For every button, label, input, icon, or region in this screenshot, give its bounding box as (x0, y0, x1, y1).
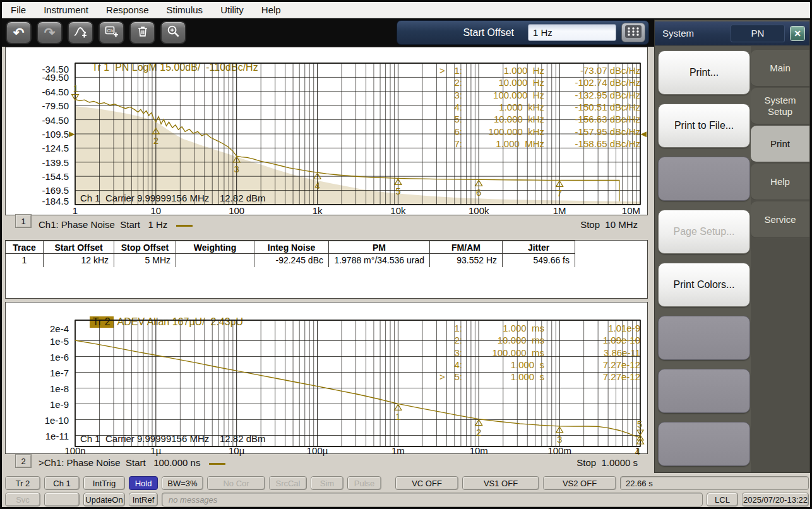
y-axis-label: 1e-8 (6, 383, 69, 394)
marker-number: 1: (447, 65, 462, 76)
table-cell-stop-offset: 5 MHz (114, 254, 176, 267)
marker-number: 6: (447, 126, 462, 137)
zoom-in-icon (166, 24, 181, 41)
status-intref[interactable]: IntRef (129, 493, 158, 506)
start-offset-label: Start Offset (397, 27, 528, 39)
status-hold[interactable]: Hold (129, 476, 158, 490)
menu-response[interactable]: Response (97, 2, 158, 18)
panel-tab-print[interactable]: Print (751, 126, 809, 162)
add-channel-button[interactable]: Ch (99, 21, 124, 44)
svg-text:Ch: Ch (107, 28, 113, 33)
panel-context-tab-pn[interactable]: PN (731, 25, 785, 42)
y-axis-label: -139.5 (6, 157, 69, 168)
panel-tab-system-setup[interactable]: System Setup (751, 88, 809, 124)
table-header-pm: PM (329, 241, 430, 254)
marker-x-value: 1.000 ms (462, 323, 544, 333)
softkey-blank-7 (658, 422, 750, 466)
integration-results-table: TraceStart OffsetStop OffsetWeightingInt… (5, 240, 648, 299)
marker-y-value: -102.74 dBc/Hz (544, 77, 640, 88)
x-axis-label: 10µ (214, 445, 260, 456)
softkey-print-to-file[interactable]: Print to File... (658, 104, 750, 148)
marker-x-value: 10.000 kHz (462, 114, 544, 124)
panel-tab-main[interactable]: Main (751, 50, 809, 87)
window-1-chip[interactable]: 1 (15, 214, 32, 228)
status-srccal: SrcCal (269, 476, 307, 490)
menu-utility[interactable]: Utility (212, 2, 253, 18)
undo-button[interactable]: ↶ (6, 21, 32, 44)
trace2-legend-dash (209, 463, 225, 465)
softkey-blank-6 (658, 369, 750, 413)
x-axis-label: 10 (133, 205, 179, 216)
menu-instrument[interactable]: Instrument (35, 2, 97, 18)
delete-button[interactable] (129, 21, 155, 44)
delete-icon (136, 25, 150, 41)
marker-y-value: -150.51 dBc/Hz (544, 102, 640, 112)
svg-text:2: 2 (153, 135, 158, 146)
marker-x-value: 1.000 s (462, 359, 544, 370)
status-updateon[interactable]: UpdateOn (83, 493, 125, 506)
menu-file[interactable]: File (2, 2, 35, 18)
zoom-in-button[interactable] (160, 21, 186, 44)
trace1-legend-dash (176, 225, 193, 227)
x-axis-label: 10M (595, 205, 640, 216)
x-axis-label: 100n (52, 445, 98, 456)
softkey-print[interactable]: Print... (658, 51, 750, 95)
marker-select-indicator: > (439, 371, 447, 382)
marker-readout-row: 3:100.000 ms3.86e-11 (439, 347, 640, 359)
y-axis-label: -124.5 (6, 143, 69, 153)
svg-text:2: 2 (476, 427, 481, 438)
lower-marker-readout: 1:1.000 ms1.01e-92:10.000 ms1.09e-103:10… (439, 322, 640, 383)
y-axis-label: -49.50 (6, 72, 69, 83)
upper-marker-readout: >1:1.000 Hz-73.07 dBc/Hz2:10.000 Hz-102.… (439, 64, 640, 150)
marker-y-value: -156.63 dBc/Hz (544, 114, 640, 124)
window-2-chip[interactable]: 2 (15, 454, 32, 468)
status-sim: Sim (311, 476, 343, 490)
status-no-messages: no messages (162, 493, 703, 506)
panel-tab-service[interactable]: Service (751, 201, 809, 238)
status-bw-3[interactable]: BW=3% (162, 476, 203, 490)
y-axis-label: 2e-4 (6, 323, 69, 334)
start-offset-input[interactable] (528, 24, 616, 41)
table-header-fm-am: FM/AM (430, 241, 503, 254)
lower-graph-footer: >Ch1: Phase Noise Start 100.000 ns Stop … (5, 456, 648, 471)
status-ch-1[interactable]: Ch 1 (44, 476, 80, 490)
marker-number: 3: (447, 347, 462, 358)
add-marker-button[interactable] (68, 21, 93, 44)
softkey-column: Print...Print to File...Page Setup...Pri… (658, 51, 751, 475)
panel-close-button[interactable]: ✕ (790, 26, 805, 41)
keypad-button[interactable] (621, 23, 645, 42)
softkey-page-setup: Page Setup... (658, 210, 750, 254)
menu-help[interactable]: Help (253, 2, 290, 18)
marker-readout-row: 2:10.000 Hz-102.74 dBc/Hz (439, 76, 640, 88)
x-axis-label: 100k (456, 205, 501, 216)
status-vc-off[interactable]: VC OFF (395, 476, 458, 490)
table-header-start-offset: Start Offset (44, 241, 114, 254)
table-header-integ-noise: Integ Noise (254, 241, 329, 254)
menu-stimulus[interactable]: Stimulus (158, 2, 212, 18)
marker-readout-row: 1:1.000 ms1.01e-9 (439, 322, 640, 334)
status-inttrig[interactable]: IntTrig (83, 476, 125, 490)
y-axis-label: 1e-9 (6, 399, 69, 410)
lower-graph: Tr 2ADEV Allan 167µU/ 2.43pU 12345 1:1.0… (5, 302, 648, 454)
y-axis-label: -169.5 (6, 185, 69, 196)
status-vs1-off[interactable]: VS1 OFF (462, 476, 539, 490)
svg-text:1: 1 (73, 83, 78, 93)
status-vs2-off[interactable]: VS2 OFF (543, 476, 616, 490)
svg-text:7: 7 (557, 188, 562, 198)
marker-readout-row: 6:100.000 kHz-157.95 dBc/Hz (439, 125, 640, 137)
marker-readout-row: 7:1.000 MHz-158.65 dBc/Hz (439, 138, 640, 150)
lower-footer-left: >Ch1: Phase Noise Start 100.000 ns (39, 457, 200, 468)
lower-carrier-readout: Ch 1 Carrier 9.99999156 MHz 12.82 dBm (80, 433, 265, 444)
redo-button[interactable]: ↷ (37, 21, 63, 44)
status-tr-2[interactable]: Tr 2 (5, 476, 40, 490)
status-lcl[interactable]: LCL (707, 493, 738, 506)
x-axis-label: 100µ (295, 445, 340, 456)
status-pulse: Pulse (347, 476, 381, 490)
marker-number: 5: (447, 114, 462, 124)
panel-tab-help[interactable]: Help (751, 164, 809, 200)
softkey-print-colors[interactable]: Print Colors... (658, 263, 750, 307)
upper-footer-left: Ch1: Phase Noise Start 1 Hz (39, 219, 167, 230)
y-axis-label: 1e-7 (6, 368, 69, 378)
marker-number: 1: (447, 323, 462, 333)
marker-x-value: 10.000 Hz (462, 77, 544, 88)
